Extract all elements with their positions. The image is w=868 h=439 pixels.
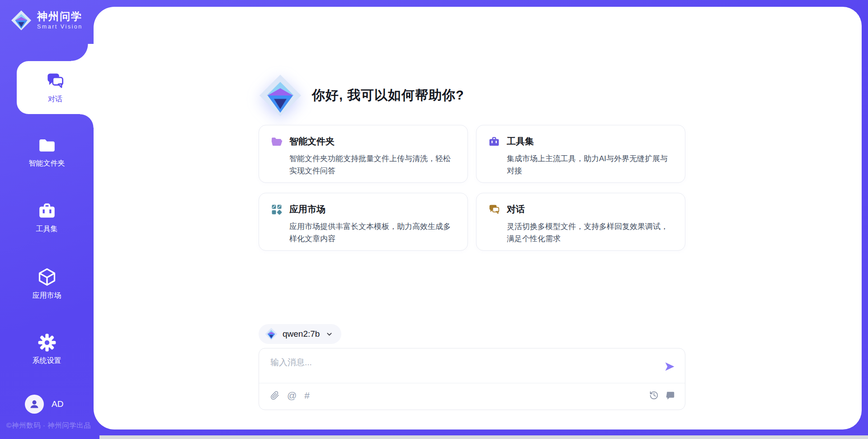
model-selector[interactable]: qwen2:7b <box>259 324 341 344</box>
brand-title: 神州问学 <box>37 11 83 22</box>
assistant-diamond-icon <box>259 74 302 117</box>
sidebar-item-label: 对话 <box>48 95 62 104</box>
sidebar: 神州问学 Smart Vision 对话 智能文件夹 工具集 应用市场 <box>0 0 94 439</box>
card-description: 智能文件夹功能支持批量文件上传与清洗，轻松实现文件问答 <box>289 153 456 177</box>
message-input[interactable]: 输入消息... <box>270 357 312 368</box>
briefcase-icon <box>38 201 57 220</box>
cube-icon <box>37 267 57 287</box>
active-tab-curve-bottom <box>80 114 94 128</box>
card-description: 集成市场上主流工具，助力AI与外界无缝扩展与对接 <box>507 153 673 177</box>
chat-icon <box>46 72 65 91</box>
sidebar-item-label: 系统设置 <box>33 356 61 366</box>
user-name: AD <box>52 399 63 409</box>
card-title: 智能文件夹 <box>289 135 335 148</box>
card-smart-folder[interactable]: 智能文件夹 智能文件夹功能支持批量文件上传与清洗，轻松实现文件问答 <box>259 125 468 183</box>
sidebar-item-label: 工具集 <box>36 224 58 234</box>
card-title: 工具集 <box>507 135 534 148</box>
main-panel: 你好, 我可以如何帮助你? 智能文件夹 智能文件夹功能支持批量文件上传与清洗，轻… <box>94 7 862 429</box>
app-logo: 神州问学 Smart Vision <box>11 10 83 31</box>
greeting: 你好, 我可以如何帮助你? <box>259 74 464 117</box>
greeting-text: 你好, 我可以如何帮助你? <box>312 86 464 105</box>
folder-open-icon <box>271 136 283 148</box>
sidebar-item-settings[interactable]: 系统设置 <box>0 333 94 378</box>
hashtag-icon[interactable]: # <box>304 391 310 400</box>
brand-subtitle: Smart Vision <box>37 24 83 30</box>
brand-diamond-icon <box>11 10 32 31</box>
apps-grid-icon <box>271 204 283 215</box>
message-composer[interactable]: 输入消息... @ # <box>259 348 685 410</box>
feature-cards: 智能文件夹 智能文件夹功能支持批量文件上传与清洗，轻松实现文件问答 工具集 集成… <box>259 125 685 251</box>
model-name: qwen2:7b <box>283 329 320 339</box>
chevron-down-icon <box>326 330 333 338</box>
attachment-icon[interactable] <box>270 391 279 400</box>
chat-icon <box>488 204 500 215</box>
card-description: 应用市场提供丰富长文本模板，助力高效生成多样化文章内容 <box>289 220 456 245</box>
sidebar-item-smart-folder[interactable]: 智能文件夹 <box>0 136 94 181</box>
model-diamond-icon <box>265 328 278 340</box>
horizontal-scrollbar[interactable] <box>99 435 868 439</box>
card-app-market[interactable]: 应用市场 应用市场提供丰富长文本模板，助力高效生成多样化文章内容 <box>259 193 468 251</box>
chat-bubble-icon[interactable] <box>665 391 675 400</box>
card-description: 灵活切换多模型文件，支持多样回复效果调试，满足个性化需求 <box>507 220 673 245</box>
person-icon <box>28 398 40 410</box>
card-title: 对话 <box>507 203 525 215</box>
card-chat[interactable]: 对话 灵活切换多模型文件，支持多样回复效果调试，满足个性化需求 <box>476 193 685 251</box>
history-icon[interactable] <box>649 391 659 400</box>
active-tab-curve-top <box>71 44 94 61</box>
sidebar-item-label: 智能文件夹 <box>29 159 65 168</box>
sidebar-item-app-market[interactable]: 应用市场 <box>0 267 94 312</box>
folder-icon <box>38 136 57 155</box>
avatar <box>25 395 44 414</box>
copyright-text: ©神州数码 · 神州问学出品 <box>6 421 91 430</box>
briefcase-icon <box>488 136 500 148</box>
composer-divider <box>259 383 685 383</box>
mention-icon[interactable]: @ <box>287 391 297 400</box>
sidebar-item-label: 应用市场 <box>33 291 61 301</box>
gear-icon <box>38 333 57 352</box>
sidebar-item-chat[interactable]: 对话 <box>17 61 94 114</box>
card-toolset[interactable]: 工具集 集成市场上主流工具，助力AI与外界无缝扩展与对接 <box>476 125 685 183</box>
user-account[interactable]: AD <box>25 395 63 414</box>
card-title: 应用市场 <box>289 203 326 215</box>
send-icon[interactable] <box>663 360 676 373</box>
sidebar-item-toolset[interactable]: 工具集 <box>0 201 94 247</box>
